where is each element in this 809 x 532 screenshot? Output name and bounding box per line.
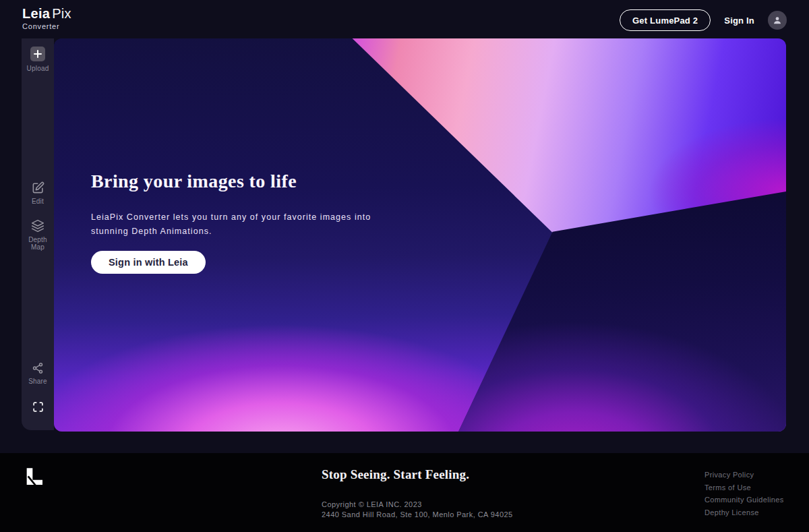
fullscreen-button[interactable] — [22, 401, 54, 413]
footer-links: Privacy Policy Terms of Use Community Gu… — [705, 469, 784, 519]
hero-description: LeiaPix Converter lets you turn any of y… — [91, 210, 378, 239]
sign-in-with-leia-button[interactable]: Sign in with Leia — [91, 251, 206, 274]
header-actions: Get LumePad 2 Sign In — [620, 9, 787, 31]
brand-name-light: Pix — [52, 6, 71, 21]
share-label: Share — [23, 378, 53, 385]
footer-link-community-guidelines[interactable]: Community Guidelines — [705, 494, 784, 506]
sidebar-item-edit[interactable]: Edit — [22, 181, 54, 205]
share-icon — [32, 362, 44, 374]
brand-subtitle: Converter — [22, 23, 71, 30]
plus-icon — [34, 50, 42, 58]
hero-section: Bring your images to life LeiaPix Conver… — [54, 38, 786, 432]
depth-map-icon — [31, 219, 44, 233]
brand-logo: LeiaPix Converter — [22, 7, 71, 30]
fullscreen-icon — [32, 401, 44, 413]
person-icon — [772, 15, 783, 26]
hero-title: Bring your images to life — [91, 170, 388, 193]
avatar[interactable] — [768, 11, 787, 30]
footer-tagline: Stop Seeing. Start Feeling. — [322, 467, 513, 482]
edit-icon — [32, 181, 44, 194]
footer-copyright: Copyright © LEIA INC. 2023 2440 Sand Hil… — [322, 500, 513, 520]
sidebar-item-upload[interactable]: Upload — [22, 47, 54, 72]
brand-name-bold: Leia — [22, 6, 50, 21]
copyright-line: Copyright © LEIA INC. 2023 — [322, 500, 513, 510]
address-line: 2440 Sand Hill Road, Ste 100, Menlo Park… — [322, 510, 513, 520]
upload-button[interactable] — [30, 47, 45, 61]
hero-content: Bring your images to life LeiaPix Conver… — [91, 170, 388, 274]
leia-mark-icon — [22, 467, 44, 490]
sidebar: Upload Edit Depth Map Share — [22, 38, 54, 430]
get-lumepad-button[interactable]: Get LumePad 2 — [620, 9, 711, 31]
depth-map-label: Depth Map — [23, 236, 53, 251]
footer-link-privacy-policy[interactable]: Privacy Policy — [705, 469, 784, 481]
footer-link-depthy-license[interactable]: Depthy License — [705, 506, 784, 519]
sign-in-link[interactable]: Sign In — [724, 16, 754, 26]
sidebar-item-share[interactable]: Share — [22, 362, 54, 385]
app-header: LeiaPix Converter Get LumePad 2 Sign In — [0, 0, 809, 38]
upload-label: Upload — [23, 65, 53, 72]
edit-label: Edit — [23, 198, 53, 205]
footer-center: Stop Seeing. Start Feeling. Copyright © … — [322, 467, 513, 520]
brand-name: LeiaPix — [22, 7, 71, 20]
footer-link-terms-of-use[interactable]: Terms of Use — [705, 481, 784, 494]
footer: Stop Seeing. Start Feeling. Copyright © … — [0, 453, 809, 532]
sidebar-item-depth-map[interactable]: Depth Map — [22, 219, 54, 251]
